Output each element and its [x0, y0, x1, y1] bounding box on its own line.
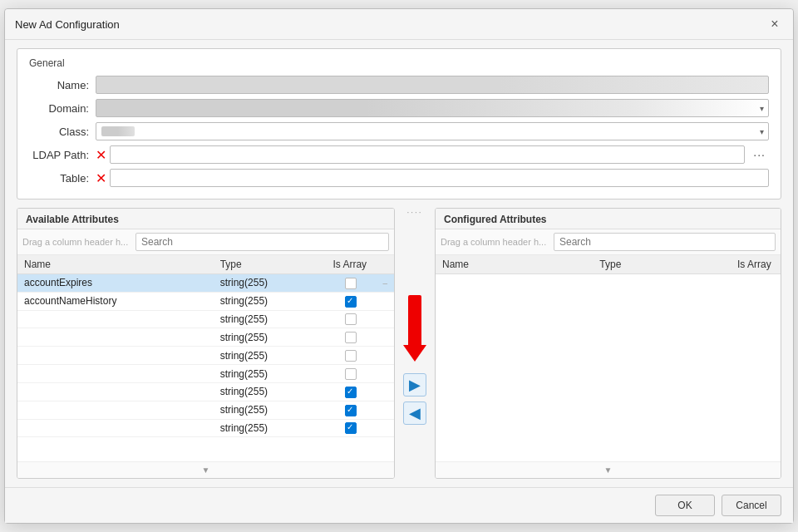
table-row: Table: ✕ — [29, 169, 769, 187]
available-scroll-down[interactable]: ▼ — [17, 461, 394, 478]
row-name: accountExpires — [17, 274, 214, 293]
available-attributes-panel: Available Attributes Drag a column heade… — [17, 208, 395, 479]
ldap-more-button[interactable]: ··· — [750, 148, 769, 161]
ldap-label: LDAP Path: — [29, 149, 96, 161]
configured-scroll-down[interactable]: ▼ — [436, 461, 781, 478]
table-input[interactable] — [110, 169, 769, 187]
dialog-titlebar: New Ad Configuration × — [5, 9, 793, 40]
configured-attributes-toolbar: Drag a column header h... — [436, 229, 781, 255]
domain-input-blurred[interactable] — [96, 99, 769, 117]
row-type: string(255) — [214, 419, 327, 437]
available-drag-hint: Drag a column header h... — [22, 237, 131, 247]
table-row[interactable]: accountExpires string(255) – — [17, 274, 394, 293]
row-isarray-cell — [326, 310, 376, 328]
table-row[interactable]: string(255) — [17, 310, 394, 328]
row-action-icon: – — [382, 278, 387, 288]
move-left-button[interactable]: ◀ — [403, 401, 426, 425]
ok-button[interactable]: OK — [655, 495, 715, 516]
attributes-area: Available Attributes Drag a column heade… — [17, 208, 781, 479]
cancel-button[interactable]: Cancel — [722, 495, 781, 516]
class-label: Class: — [29, 126, 96, 138]
name-label: Name: — [29, 79, 96, 91]
row-type: string(255) — [214, 310, 327, 328]
available-attributes-table: Name Type Is Array accountExpires string… — [17, 255, 394, 461]
domain-row: Domain: ▾ — [29, 99, 769, 117]
dialog-body: General Name: Domain: ▾ Class: — [5, 40, 793, 487]
available-attributes-toolbar: Drag a column header h... — [17, 229, 394, 255]
configured-col-type: Type — [593, 255, 731, 274]
row-action — [376, 401, 394, 419]
table-row[interactable]: accountNameHistory string(255) — [17, 292, 394, 310]
configured-drag-hint: Drag a column header h... — [441, 237, 549, 247]
table-row[interactable]: string(255) — [17, 401, 394, 419]
available-attributes-header: Available Attributes — [17, 209, 394, 229]
row-action — [376, 310, 394, 328]
configured-attributes-header: Configured Attributes — [436, 209, 781, 229]
row-type: string(255) — [214, 401, 327, 419]
row-name — [17, 328, 214, 347]
row-name: accountNameHistory — [17, 292, 214, 310]
move-right-button[interactable]: ▶ — [403, 373, 426, 397]
table-row[interactable]: string(255) — [17, 382, 394, 401]
row-action — [376, 328, 394, 347]
isarray-checkbox[interactable] — [345, 422, 357, 434]
row-isarray-cell — [326, 382, 376, 401]
configured-col-name: Name — [436, 255, 593, 274]
ldap-input[interactable] — [110, 145, 745, 164]
row-type: string(255) — [214, 382, 327, 401]
row-isarray-cell — [326, 274, 376, 293]
isarray-checkbox[interactable] — [345, 332, 357, 343]
row-action — [376, 382, 394, 401]
table-row[interactable]: string(255) — [17, 365, 394, 383]
dialog-title: New Ad Configuration — [15, 18, 120, 31]
big-red-arrow-container — [403, 295, 426, 362]
row-isarray-cell — [326, 419, 376, 437]
name-input[interactable] — [96, 76, 769, 94]
dialog: New Ad Configuration × General Name: Dom… — [4, 8, 794, 524]
row-type: string(255) — [214, 274, 327, 293]
isarray-checkbox[interactable] — [345, 313, 357, 325]
available-col-isarray: Is Array — [326, 255, 376, 274]
row-isarray-cell — [326, 347, 376, 365]
class-row: Class: ▾ — [29, 122, 769, 140]
available-col-actions — [376, 255, 394, 274]
row-name — [17, 401, 214, 419]
configured-search-input[interactable] — [554, 233, 776, 251]
row-type: string(255) — [214, 365, 327, 383]
dialog-footer: OK Cancel — [5, 487, 793, 523]
class-select-wrapper: ▾ — [96, 122, 769, 140]
row-name — [17, 419, 214, 437]
configured-attributes-panel: Configured Attributes Drag a column head… — [435, 208, 781, 479]
isarray-checkbox[interactable] — [345, 368, 357, 380]
big-red-arrow-shaft — [408, 295, 421, 345]
general-section: General Name: Domain: ▾ Class: — [17, 48, 781, 200]
class-input[interactable] — [96, 122, 769, 140]
configured-attributes-table: Name Type Is Array — [436, 255, 781, 461]
available-search-input[interactable] — [135, 233, 389, 251]
row-name — [17, 365, 214, 383]
row-type: string(255) — [214, 347, 327, 365]
domain-label: Domain: — [29, 102, 96, 115]
close-button[interactable]: × — [766, 16, 783, 32]
table-row[interactable]: string(255) — [17, 328, 394, 347]
row-type: string(255) — [214, 328, 327, 347]
table-error-icon: ✕ — [96, 170, 106, 186]
big-red-arrow-head — [403, 345, 426, 362]
isarray-checkbox[interactable] — [345, 296, 357, 308]
configured-col-isarray: Is Array — [731, 255, 781, 274]
isarray-checkbox[interactable] — [345, 405, 357, 416]
row-isarray-cell — [326, 401, 376, 419]
table-row[interactable]: string(255) — [17, 419, 394, 437]
available-col-type: Type — [214, 255, 327, 274]
table-row[interactable]: string(255) — [17, 347, 394, 365]
isarray-checkbox[interactable] — [345, 387, 357, 398]
name-row: Name: — [29, 76, 769, 94]
isarray-checkbox[interactable] — [345, 278, 357, 289]
available-col-name: Name — [17, 255, 214, 274]
row-name — [17, 382, 214, 401]
table-label: Table: — [29, 172, 96, 185]
row-type: string(255) — [214, 292, 327, 310]
isarray-checkbox[interactable] — [345, 350, 357, 362]
row-action — [376, 365, 394, 383]
ldap-error-icon: ✕ — [96, 147, 106, 163]
